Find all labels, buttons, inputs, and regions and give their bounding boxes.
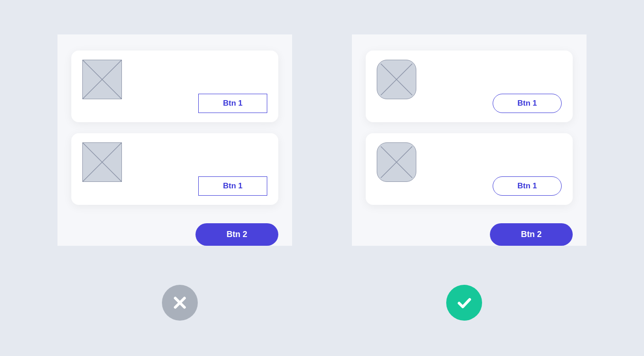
image-placeholder-icon bbox=[82, 60, 122, 99]
status-badges-row bbox=[162, 285, 482, 321]
bad-example-panel: Btn 1 Btn 1 Btn 2 bbox=[58, 34, 292, 246]
card-button[interactable]: Btn 1 bbox=[198, 176, 267, 196]
card: Btn 1 bbox=[366, 51, 573, 122]
footer-button[interactable]: Btn 2 bbox=[490, 223, 573, 246]
image-placeholder-icon bbox=[377, 142, 416, 182]
card: Btn 1 bbox=[366, 133, 573, 205]
check-icon bbox=[446, 285, 482, 321]
card-button[interactable]: Btn 1 bbox=[493, 94, 562, 113]
card: Btn 1 bbox=[71, 133, 278, 205]
cross-icon bbox=[162, 285, 198, 321]
card-button[interactable]: Btn 1 bbox=[198, 94, 267, 113]
good-example-panel: Btn 1 Btn 1 Btn 2 bbox=[352, 34, 586, 246]
footer-button[interactable]: Btn 2 bbox=[196, 223, 278, 246]
card: Btn 1 bbox=[71, 51, 278, 122]
image-placeholder-icon bbox=[377, 60, 416, 99]
image-placeholder-icon bbox=[82, 142, 122, 182]
comparison-row: Btn 1 Btn 1 Btn 2 Btn 1 bbox=[58, 34, 586, 246]
card-button[interactable]: Btn 1 bbox=[493, 176, 562, 196]
